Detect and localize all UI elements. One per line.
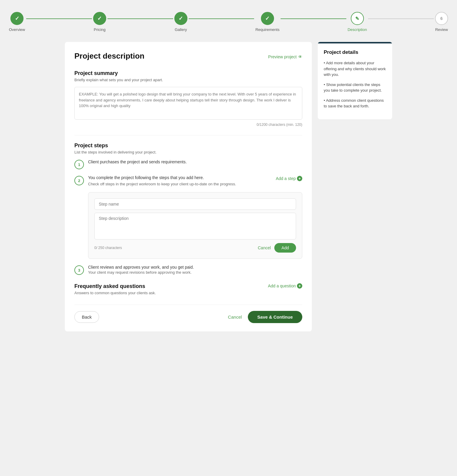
check-icon: ✓: [15, 15, 19, 22]
stepper: ✓ Overview ✓ Pricing ✓ Gallery ✓ Require…: [9, 6, 448, 35]
step-2-row: You complete the project following the s…: [88, 175, 302, 181]
sidebar-bullet-2: • Show potential clients the steps you t…: [324, 82, 386, 93]
project-summary-title: Project summary: [74, 70, 302, 76]
step-add-button[interactable]: Add: [274, 243, 296, 253]
preview-link-text: Preview project: [268, 54, 297, 59]
step-num-3: 3: [74, 265, 84, 275]
sidebar-card: Project details • Add more details about…: [318, 42, 392, 119]
add-question-text: Add a question: [268, 284, 296, 288]
step-line-5: [368, 18, 434, 19]
project-step-2: 2 You complete the project following the…: [74, 175, 302, 186]
step-label-requirements: Requirements: [255, 27, 279, 32]
step-1-content: Client purchases the project and sends r…: [88, 159, 302, 165]
eye-icon: 👁: [298, 54, 302, 59]
summary-char-count: 0/1200 characters (min. 120): [74, 123, 302, 127]
step-name-input[interactable]: [94, 198, 296, 210]
step-form-char-count: 0/ 250 characters: [94, 246, 122, 250]
plus-icon-faq: +: [297, 283, 302, 289]
faq-section: Frequently asked questions Answers to co…: [74, 283, 302, 295]
check-icon: ✓: [97, 15, 102, 22]
step-line-4: [281, 18, 346, 19]
project-summary-textarea[interactable]: [74, 87, 302, 120]
step-number-review: 6: [440, 16, 443, 21]
step-label-gallery: Gallery: [175, 27, 187, 32]
step-line-3: [189, 18, 254, 19]
step-2-sub: Check off steps in the project workroom …: [88, 182, 302, 186]
sidebar: Project details • Add more details about…: [318, 42, 392, 331]
step-label-overview: Overview: [9, 27, 25, 32]
step-line-2: [107, 18, 173, 19]
step-form-box: 0/ 250 characters Cancel Add: [88, 192, 302, 259]
step-form-actions: Cancel Add: [258, 243, 296, 253]
step-num-2: 2: [74, 176, 84, 185]
cancel-button[interactable]: Cancel: [228, 314, 242, 320]
project-summary-section: Project summary Briefly explain what set…: [74, 70, 302, 127]
project-step-1: 1 Client purchases the project and sends…: [74, 159, 302, 169]
check-icon: ✓: [265, 15, 270, 22]
step-label-review: Review: [435, 27, 448, 32]
step-2-main: You complete the project following the s…: [88, 175, 204, 180]
step-pricing: ✓ Pricing: [93, 12, 106, 32]
project-steps-section: Project steps List the steps involved in…: [74, 143, 302, 275]
step-3-sub: Your client may request revisions before…: [88, 270, 302, 275]
step-3-main: Client reviews and approves your work, a…: [88, 265, 302, 270]
card-header: Project description Preview project 👁: [74, 51, 302, 62]
sidebar-bullet-3: • Address common client questions to sav…: [324, 98, 386, 109]
sidebar-title: Project details: [324, 49, 386, 55]
sidebar-content: Project details • Add more details about…: [318, 43, 392, 119]
project-summary-subtitle: Briefly explain what sets you and your p…: [74, 78, 302, 82]
pencil-icon: ✎: [355, 16, 359, 21]
step-circle-pricing[interactable]: ✓: [93, 12, 106, 25]
add-question-link[interactable]: Add a question +: [268, 283, 302, 289]
step-num-1: 1: [74, 160, 84, 169]
step-cancel-button[interactable]: Cancel: [258, 245, 271, 250]
faq-subtitle: Answers to common questions your clients…: [74, 291, 156, 295]
step-line-1: [26, 18, 92, 19]
step-circle-overview[interactable]: ✓: [10, 12, 24, 25]
preview-project-link[interactable]: Preview project 👁: [268, 54, 302, 59]
main-layout: Project description Preview project 👁 Pr…: [65, 42, 392, 331]
bottom-actions: Back Cancel Save & Continue: [74, 305, 302, 323]
step-overview: ✓ Overview: [9, 12, 25, 32]
step-circle-gallery[interactable]: ✓: [174, 12, 187, 25]
bottom-right-actions: Cancel Save & Continue: [228, 311, 302, 323]
step-circle-review[interactable]: 6: [435, 12, 448, 25]
page-title: Project description: [74, 51, 145, 61]
project-steps-subtitle: List the steps involved in delivering yo…: [74, 150, 302, 154]
faq-header-row: Frequently asked questions Answers to co…: [74, 283, 302, 295]
sidebar-bullet-1: • Add more details about your offering a…: [324, 60, 386, 78]
back-button[interactable]: Back: [74, 311, 99, 323]
step-review: 6 Review: [435, 12, 448, 32]
step-description: ✎ Description: [348, 12, 367, 32]
faq-title-group: Frequently asked questions Answers to co…: [74, 283, 156, 295]
divider-1: [74, 135, 302, 135]
add-step-link[interactable]: Add a step +: [276, 176, 302, 181]
save-continue-button[interactable]: Save & Continue: [248, 311, 302, 323]
step-requirements: ✓ Requirements: [255, 12, 279, 32]
step-label-pricing: Pricing: [94, 27, 106, 32]
add-step-text: Add a step: [276, 176, 296, 181]
step-circle-requirements[interactable]: ✓: [261, 12, 274, 25]
step-2-content: You complete the project following the s…: [88, 175, 302, 186]
check-icon: ✓: [179, 15, 183, 22]
step-3-content: Client reviews and approves your work, a…: [88, 265, 302, 275]
step-1-main: Client purchases the project and sends r…: [88, 159, 187, 164]
step-gallery: ✓ Gallery: [174, 12, 187, 32]
faq-title: Frequently asked questions: [74, 283, 156, 289]
project-step-3: 3 Client reviews and approves your work,…: [74, 265, 302, 275]
project-steps-title: Project steps: [74, 143, 302, 149]
step-form-footer: 0/ 250 characters Cancel Add: [94, 243, 296, 253]
main-card: Project description Preview project 👁 Pr…: [65, 42, 312, 331]
step-circle-description[interactable]: ✎: [351, 12, 364, 25]
step-label-description: Description: [348, 27, 367, 32]
step-desc-textarea[interactable]: [94, 213, 296, 239]
plus-icon: +: [297, 176, 302, 181]
